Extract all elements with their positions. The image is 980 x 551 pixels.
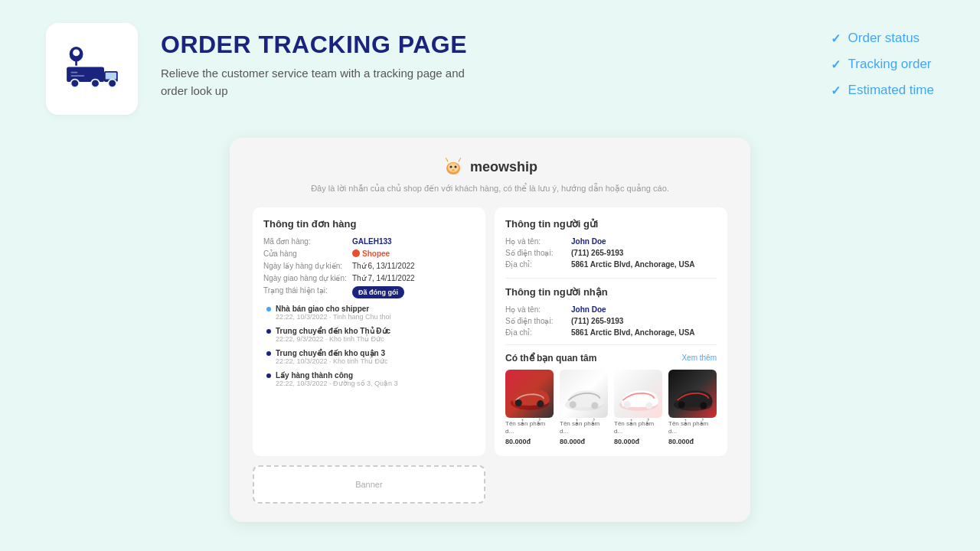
svg-point-20 <box>591 402 598 409</box>
features-list: ✓ Order status ✓ Tracking order ✓ Estima… <box>831 23 934 98</box>
shopee-badge: Shopee <box>352 249 390 258</box>
recipient-phone-value: (711) 265-9193 <box>571 317 623 325</box>
svg-point-17 <box>537 400 544 407</box>
rec-price-1: 80.000đ <box>505 438 554 445</box>
tracking-dot-4 <box>266 373 271 378</box>
rec-item-1[interactable]: Tên sản phẩm d... 80.000đ <box>505 370 554 446</box>
svg-rect-8 <box>70 72 77 73</box>
contact-info-panel: Thông tin người gửi Họ và tên: John Doe … <box>495 207 727 457</box>
brand-name: meowship <box>470 159 537 175</box>
brand-header: meowship <box>253 156 727 178</box>
sender-phone-row: Số điện thoại: (711) 265-9193 <box>505 249 717 257</box>
banner-area: Banner <box>253 465 485 504</box>
tracking-meta-1: 22:22, 10/3/2022 · Tinh hang Chu thoi <box>276 313 391 321</box>
tracking-item-4: Lấy hàng thành công 22:22, 10/3/2022 · Đ… <box>263 371 475 387</box>
brand-tagline: Đây là lời nhắn của chủ shop đến với khá… <box>253 182 727 195</box>
header-section: ORDER TRACKING PAGE Relieve the customer… <box>46 23 934 115</box>
rec-item-4[interactable]: Tên sản phẩm d... 80.000đ <box>668 370 717 446</box>
pickup-date-value: Thứ 6, 13/11/2022 <box>352 262 415 270</box>
sender-address-label: Địa chỉ: <box>505 260 567 269</box>
tracking-meta-2: 22:22, 9/3/2022 · Kho tinh Thủ Đức <box>276 335 390 343</box>
tracking-dot-3 <box>266 351 271 356</box>
store-value: Shopee <box>362 249 390 258</box>
feature-label-3: Estimated time <box>848 83 934 98</box>
columns-container: Thông tin đơn hàng Mã đơn hàng: GALEH133… <box>253 207 727 457</box>
rec-name-3: Tên sản phẩm d... <box>614 420 662 436</box>
banner-label: Banner <box>355 480 382 489</box>
rec-more-link[interactable]: Xem thêm <box>681 354 717 362</box>
rec-item-2[interactable]: Tên sản phẩm d... 80.000đ <box>560 370 608 446</box>
status-row: Trạng thái hiện tại: Đã đóng gói <box>263 286 475 298</box>
main-card: meowship Đây là lời nhắn của chủ shop đế… <box>230 138 750 522</box>
rec-img-4 <box>668 370 717 418</box>
svg-point-22 <box>624 401 631 408</box>
svg-point-13 <box>454 166 456 168</box>
recipient-name-value: John Doe <box>571 305 606 314</box>
recipient-address-row: Địa chỉ: 5861 Arctic Blvd, Anchorage, US… <box>505 328 717 337</box>
svg-point-7 <box>108 80 116 88</box>
tracking-item-1: Nhà bán giao cho shipper 22:22, 10/3/202… <box>263 305 475 321</box>
order-info-panel: Thông tin đơn hàng Mã đơn hàng: GALEH133… <box>253 207 485 457</box>
check-icon-3: ✓ <box>831 83 841 98</box>
svg-point-16 <box>515 399 522 406</box>
feature-label-2: Tracking order <box>848 57 932 72</box>
sender-name-label: Họ và tên: <box>505 237 567 246</box>
rec-price-2: 80.000đ <box>560 438 608 445</box>
svg-rect-4 <box>106 73 116 80</box>
sender-name-value: John Doe <box>571 237 606 246</box>
tracking-content-1: Nhà bán giao cho shipper 22:22, 10/3/202… <box>276 305 391 321</box>
status-label: Trạng thái hiện tại: <box>263 286 348 295</box>
tracking-meta-4: 22:22, 10/3/2022 · Đường số 3, Quận 3 <box>276 380 398 387</box>
svg-rect-9 <box>70 75 84 77</box>
header-text: ORDER TRACKING PAGE Relieve the customer… <box>161 23 482 99</box>
banner-container: Banner <box>253 465 485 504</box>
recipient-phone-label: Số điện thoại: <box>505 317 567 325</box>
tracking-title-3: Trung chuyển đến kho quận 3 <box>276 349 387 357</box>
tracking-list: Nhà bán giao cho shipper 22:22, 10/3/202… <box>263 305 475 387</box>
tracking-title-2: Trung chuyển đến kho Thủ Đức <box>276 327 390 335</box>
tracking-title-1: Nhà bán giao cho shipper <box>276 305 391 313</box>
rec-items-list: Tên sản phẩm d... 80.000đ <box>505 370 717 446</box>
recommendations-panel: Có thể bạn quan tâm Xem thêm <box>505 353 717 446</box>
delivery-date-label: Ngày giao hàng dự kiến: <box>263 274 348 282</box>
cat-icon <box>443 156 464 178</box>
feature-order-status: ✓ Order status <box>831 31 934 46</box>
recipient-address-label: Địa chỉ: <box>505 328 567 337</box>
check-icon-2: ✓ <box>831 57 841 72</box>
order-id-value: GALEH133 <box>352 237 392 246</box>
sender-title: Thông tin người gửi <box>505 218 717 230</box>
tracking-item-3: Trung chuyển đến kho quận 3 22:22, 10/3/… <box>263 349 475 365</box>
order-id-label: Mã đơn hàng: <box>263 237 348 246</box>
order-id-row: Mã đơn hàng: GALEH133 <box>263 237 475 246</box>
logo-box <box>46 23 138 115</box>
svg-point-25 <box>678 401 685 408</box>
page-title: ORDER TRACKING PAGE <box>161 31 482 59</box>
store-label: Cửa hàng <box>263 249 348 258</box>
tracking-content-3: Trung chuyển đến kho quận 3 22:22, 10/3/… <box>276 349 387 365</box>
sender-address-value: 5861 Arctic Blvd, Anchorage, USA <box>571 260 695 269</box>
rec-name-2: Tên sản phẩm d... <box>560 420 608 436</box>
svg-point-12 <box>449 166 452 168</box>
rec-name-4: Tên sản phẩm d... <box>668 420 717 436</box>
status-badge: Đã đóng gói <box>352 286 404 298</box>
rec-name-1: Tên sản phẩm d... <box>505 420 554 436</box>
tracking-dot-1 <box>266 307 271 311</box>
feature-tracking-order: ✓ Tracking order <box>831 57 934 72</box>
recipient-address-value: 5861 Arctic Blvd, Anchorage, USA <box>571 328 695 337</box>
recipient-title: Thông tin người nhận <box>505 286 717 298</box>
pickup-date-row: Ngày lấy hàng dự kiến: Thứ 6, 13/11/2022 <box>263 262 475 270</box>
rec-item-3[interactable]: Tên sản phẩm d... 80.000đ <box>614 370 662 446</box>
tracking-dot-2 <box>266 329 271 334</box>
recipient-section: Thông tin người nhận Họ và tên: John Doe… <box>505 286 717 337</box>
divider-2 <box>505 344 717 345</box>
check-icon-1: ✓ <box>831 31 841 46</box>
rec-img-2 <box>560 370 608 418</box>
feature-label-1: Order status <box>848 31 920 46</box>
sender-section: Thông tin người gửi Họ và tên: John Doe … <box>505 218 717 269</box>
recipient-name-row: Họ và tên: John Doe <box>505 305 717 314</box>
pickup-date-label: Ngày lấy hàng dự kiến: <box>263 262 348 270</box>
tracking-meta-3: 22:22, 10/3/2022 · Kho tinh Thủ Đức <box>276 357 387 365</box>
rec-header: Có thể bạn quan tâm Xem thêm <box>505 353 717 364</box>
store-row: Cửa hàng Shopee <box>263 249 475 258</box>
order-info-title: Thông tin đơn hàng <box>263 218 475 230</box>
